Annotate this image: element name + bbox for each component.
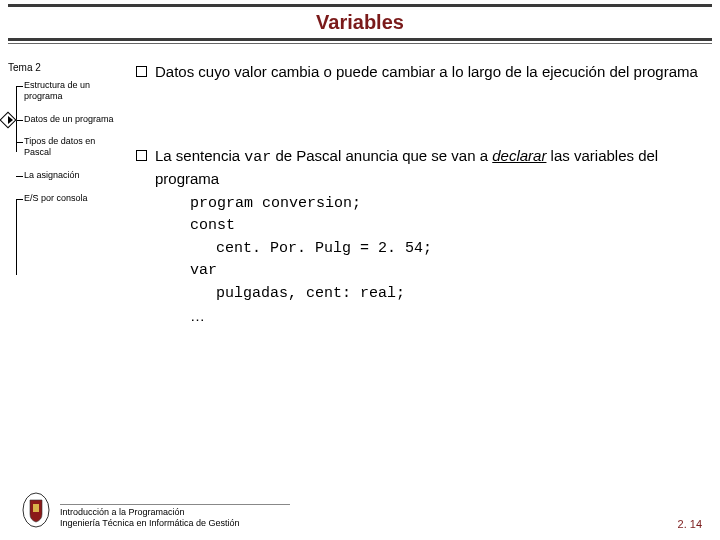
main-content: Datos cuyo valor cambia o puede cambiar … <box>122 62 708 328</box>
code-line: const <box>190 215 708 238</box>
current-marker-icon <box>2 114 14 126</box>
outline-label: Datos de un programa <box>24 114 114 124</box>
outline-root: Tema 2 <box>6 62 122 74</box>
outline-item-asignacion: La asignación <box>10 164 122 187</box>
code-keyword: var <box>244 149 271 166</box>
svg-rect-1 <box>33 504 39 512</box>
spacer <box>136 106 708 146</box>
footer-rule <box>60 504 290 505</box>
outline-label: Estructura de un programa <box>24 80 90 101</box>
code-line: cent. Por. Pulg = 2. 54; <box>190 238 708 261</box>
slide: Variables Tema 2 Estructura de un progra… <box>0 0 720 540</box>
bullet-2: La sentencia var de Pascal anuncia que s… <box>136 146 708 189</box>
footer-line-2: Ingeniería Técnica en Informática de Ges… <box>60 518 290 530</box>
code-block: program conversion; const cent. Por. Pul… <box>136 193 708 328</box>
footer-text: Introducción a la Programación Ingenierí… <box>60 504 290 530</box>
outline-item-tipos: Tipos de datos en Pascal <box>10 130 122 164</box>
outline-item-es: E/S por consola <box>10 187 122 210</box>
rule-mid <box>8 38 712 41</box>
bullet-1-text: Datos cuyo valor cambia o puede cambiar … <box>155 62 698 82</box>
footer-line-1: Introducción a la Programación <box>60 507 290 519</box>
page-number: 2. 14 <box>678 518 702 530</box>
slide-title: Variables <box>0 7 720 38</box>
emph-declarar: declarar <box>492 147 546 164</box>
footer: Introducción a la Programación Ingenierí… <box>20 488 702 530</box>
text: de Pascal anuncia que se van a <box>271 147 492 164</box>
outline-sidebar: Tema 2 Estructura de un programa Datos d… <box>6 62 122 328</box>
outline-label: E/S por consola <box>24 193 88 203</box>
code-line: pulgadas, cent: real; <box>190 283 708 306</box>
title-block: Variables <box>0 0 720 44</box>
tree-line <box>16 200 17 275</box>
code-line-var: var <box>190 260 708 283</box>
bullet-1: Datos cuyo valor cambia o puede cambiar … <box>136 62 708 82</box>
code-line-ellipsis: … <box>190 305 708 328</box>
square-bullet-icon <box>136 66 147 77</box>
square-bullet-icon <box>136 150 147 161</box>
code-line: program conversion; <box>190 193 708 216</box>
text: La sentencia <box>155 147 244 164</box>
crest-icon <box>20 488 52 530</box>
bullet-2-text: La sentencia var de Pascal anuncia que s… <box>155 146 708 189</box>
outline-label: Tipos de datos en Pascal <box>24 136 95 157</box>
outline-label: La asignación <box>24 170 80 180</box>
outline-item-datos: Datos de un programa <box>10 108 122 131</box>
outline-item-estructura: Estructura de un programa <box>10 74 122 108</box>
